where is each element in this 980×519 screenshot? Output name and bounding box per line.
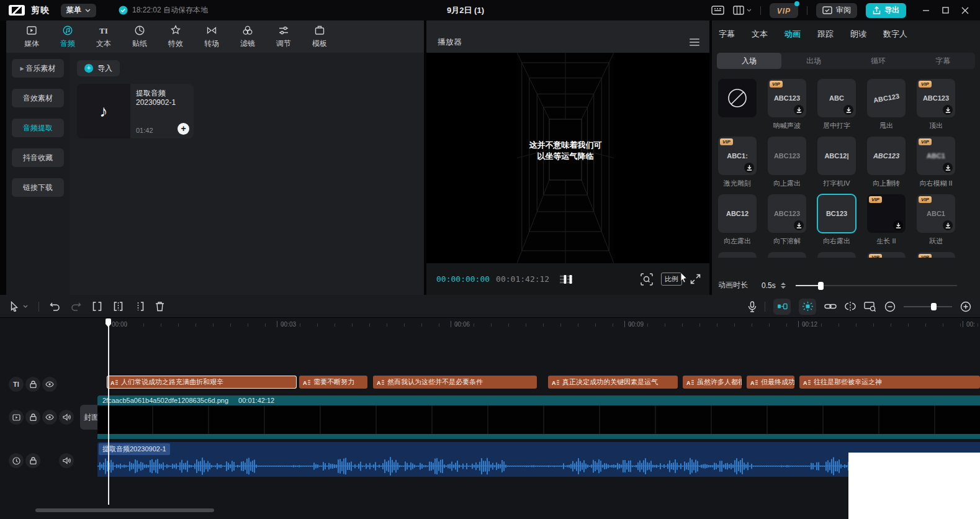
animation-none-tile[interactable] [718,79,757,117]
sidebar-item[interactable]: 音频提取 [12,119,64,137]
animation-tile[interactable]: ABC123 [867,79,906,117]
select-tool-button[interactable] [10,301,28,312]
player-menu-icon[interactable] [690,37,699,48]
animation-tile[interactable]: ABC12 [718,194,757,233]
download-icon[interactable] [794,105,804,115]
animation-tile[interactable]: VIP [867,194,906,233]
animation-tile[interactable]: VIPABC123 [917,79,955,117]
download-icon[interactable] [794,220,804,230]
duration-slider[interactable] [796,282,957,289]
media-tab-filter[interactable]: 滤镜 [230,24,266,49]
mute-icon[interactable] [59,410,74,425]
subtab[interactable]: 入场 [717,53,781,69]
animation-tile[interactable] [768,252,806,258]
minimize-button[interactable] [922,7,930,14]
media-tab-sticker[interactable]: 贴纸 [122,24,158,49]
lock-icon[interactable] [25,453,40,468]
preview-frame-icon[interactable] [864,301,876,312]
redo-button[interactable] [71,302,81,311]
media-tab-effects[interactable]: 特效 [158,24,194,49]
text-clip[interactable]: A虽然许多人都很努力 [683,376,742,389]
panel-tab[interactable]: 动画 [784,29,801,47]
download-icon[interactable] [943,163,953,173]
link-toggle[interactable] [824,302,837,310]
text-clip[interactable]: A往往是那些被幸运之神 [799,376,980,389]
timeline-zoom-slider[interactable] [904,302,952,311]
media-tab-text[interactable]: TI文本 [86,24,122,49]
video-preview[interactable]: 这并不意味着我们可 以坐等运气降临 [517,53,614,263]
zoom-out-button[interactable] [884,301,896,312]
add-to-timeline-button[interactable]: + [178,123,189,135]
layout-switch-icon[interactable] [733,6,752,15]
mute-icon[interactable] [59,453,74,468]
split-right-button[interactable] [134,301,145,312]
animation-tile[interactable]: VIP [917,252,955,258]
split-left-button[interactable] [113,301,124,312]
close-button[interactable] [961,7,969,14]
subtab[interactable]: 出场 [781,53,846,69]
animation-tile[interactable]: BC123 [817,194,856,233]
shortcuts-icon[interactable] [711,6,724,15]
media-tab-audio[interactable]: 音频 [50,24,86,49]
preview-quality-icon[interactable] [641,273,653,286]
import-button[interactable]: + 导入 [77,60,120,76]
panel-tab[interactable]: 文本 [752,29,768,47]
download-icon[interactable] [943,220,953,230]
download-icon[interactable] [744,163,754,173]
subtab[interactable]: 字幕 [910,53,975,69]
undo-button[interactable] [50,302,60,311]
animation-tile[interactable]: VIP [867,252,906,258]
animation-tile[interactable]: VIPABC1 [917,137,955,175]
vip-button[interactable]: VIP [770,3,798,18]
text-clip[interactable]: A但最终成功的人 [747,376,794,389]
text-clip[interactable]: A需要不断努力 [299,376,367,389]
timeline-ruler[interactable]: 00:0000:0300:0600:0900:1200: [0,318,980,332]
fullscreen-icon[interactable] [690,274,701,284]
sidebar-item[interactable]: 抖音收藏 [12,148,64,167]
animation-tile[interactable]: VIPABC1: [718,137,757,175]
panel-tab[interactable]: 跟踪 [817,29,834,47]
export-button[interactable]: 导出 [866,3,906,18]
media-tab-template[interactable]: 模板 [302,24,338,49]
magnetic-snap-toggle[interactable] [773,299,791,315]
panel-tab[interactable]: 数字人 [883,29,907,47]
lock-icon[interactable] [25,410,40,425]
sidebar-item[interactable]: 链接下载 [12,178,64,197]
pause-button[interactable] [564,275,572,284]
media-tab-transition[interactable]: 转场 [194,24,230,49]
horizontal-scrollbar[interactable] [35,508,214,512]
record-voiceover-button[interactable] [748,301,757,312]
download-icon[interactable] [943,105,953,115]
animation-tile[interactable]: ABC [817,79,856,117]
sidebar-item[interactable]: 音效素材 [12,89,64,107]
maximize-button[interactable] [942,7,949,14]
media-tab-adjust[interactable]: 调节 [266,24,302,49]
text-clip[interactable]: A人们常说成功之路充满曲折和艰辛 [107,376,297,389]
animation-tile[interactable]: ABC123 [768,194,806,233]
download-icon[interactable] [893,220,903,230]
animation-tile[interactable] [718,252,757,258]
panel-tab[interactable]: 字幕 [719,29,735,47]
animation-tile[interactable]: VIPABC123 [768,79,806,117]
slider-handle[interactable] [931,303,937,310]
audio-clip[interactable]: 提取音频20230902-1 [97,442,980,477]
animation-tile[interactable]: ABC123 [867,137,906,175]
review-button[interactable]: 审阅 [816,3,857,18]
animation-tile[interactable]: ABC123 [768,137,806,175]
auto-snap-toggle[interactable] [799,299,816,315]
media-tab-media[interactable]: 媒体 [14,24,50,49]
panel-tab[interactable]: 朗读 [850,29,866,47]
animation-tile[interactable]: VIPABC1 [917,194,955,233]
audio-asset-card[interactable]: ♪ 提取音频 20230902-1 01:42 + [77,84,194,138]
sidebar-item[interactable]: ▶音乐素材 [12,59,64,78]
animation-tile[interactable]: ABC12| [817,137,856,175]
text-clip[interactable]: A真正决定成功的关键因素是运气 [548,376,678,389]
duration-stepper[interactable] [781,282,786,289]
aspect-ratio-button[interactable]: 比例 [661,273,682,286]
text-clip[interactable]: A然而我认为这些并不是必要条件 [373,376,537,389]
menu-button[interactable]: 菜单 [61,4,96,17]
slider-handle[interactable] [818,282,824,290]
subtab[interactable]: 循环 [846,53,910,69]
delete-button[interactable] [155,301,164,312]
animation-tile[interactable] [817,252,856,258]
